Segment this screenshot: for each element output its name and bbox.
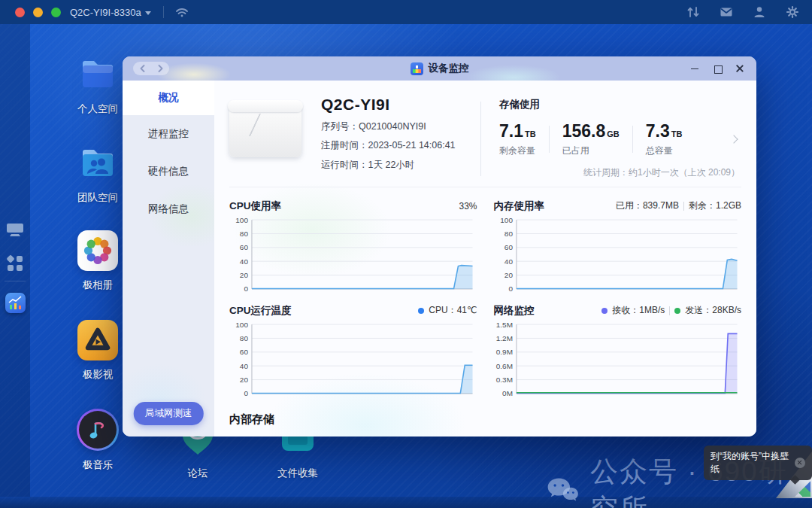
wifi-icon[interactable] <box>174 5 189 20</box>
storage-detail-chevron-icon[interactable] <box>729 135 738 143</box>
mail-icon[interactable] <box>719 5 734 20</box>
sidebar-item-label: 进程监控 <box>148 127 189 141</box>
storage-stat-used: 156.8GB 已占用 <box>562 121 620 157</box>
device-model-name: Q2C-YI9I <box>321 96 480 114</box>
gear-icon[interactable] <box>785 5 800 20</box>
stat-divider <box>549 126 550 153</box>
device-monitor-window: 设备监控 概况 进程监控 硬件信息 网络信息 <box>123 56 756 437</box>
close-button[interactable] <box>735 64 744 73</box>
maximize-button[interactable] <box>713 64 722 73</box>
device-name-label: Q2C-YI9I-8330a <box>70 7 141 18</box>
svg-text:0M: 0M <box>502 389 513 397</box>
svg-text:60: 60 <box>504 243 513 251</box>
mini-chart-icon <box>5 293 26 313</box>
sidebar-item-process-monitor[interactable]: 进程监控 <box>123 115 214 153</box>
svg-text:40: 40 <box>504 257 513 266</box>
sidebar-item-network-info[interactable]: 网络信息 <box>123 190 214 228</box>
topbar-divider <box>163 6 164 18</box>
sidebar-item-hardware-info[interactable]: 硬件信息 <box>123 153 214 190</box>
cpu-usage-chart: CPU使用率 33% 100806040200 <box>229 190 477 295</box>
chart-title: 内存使用率 <box>494 199 545 213</box>
history-nav <box>133 62 169 75</box>
window-titlebar[interactable]: 设备监控 <box>123 56 756 81</box>
memory-usage-chart: 内存使用率 已用：839.7MB剩余：1.2GB 100806040200 <box>494 190 742 295</box>
chart-legend: 接收：1MB/s发送：28KB/s <box>601 304 741 317</box>
sidebar-item-label: 概况 <box>159 91 179 105</box>
svg-text:100: 100 <box>235 321 248 329</box>
statistics-period-note: 统计周期：约1小时一次（上次 20:09） <box>499 166 740 179</box>
video-app-icon <box>83 326 112 354</box>
device-name-menu[interactable]: Q2C-YI9I-8330a <box>70 7 151 18</box>
storage-stat-free: 7.1TB 剩余容量 <box>499 121 536 157</box>
memory-usage-plot: 100806040200 <box>494 214 742 295</box>
transfer-icon[interactable] <box>686 5 701 20</box>
desktop-icon-label: 极音乐 <box>59 458 137 472</box>
chart-title: CPU使用率 <box>229 199 281 213</box>
music-app-icon <box>85 417 111 443</box>
desktop-icon-label: 文件收集 <box>259 467 337 480</box>
wallpaper-tip-tooltip: 到“我的账号”中换壁纸 <box>704 446 812 480</box>
window-title-group: 设备监控 <box>411 56 469 81</box>
svg-text:40: 40 <box>240 257 249 266</box>
nas-device-image <box>229 103 301 157</box>
svg-text:0.3M: 0.3M <box>495 376 512 384</box>
svg-text:20: 20 <box>240 271 249 279</box>
window-sidebar: 概况 进程监控 硬件信息 网络信息 局域网测速 <box>123 81 214 437</box>
storage-title: 存储使用 <box>499 98 740 111</box>
lan-speedtest-button[interactable]: 局域网测速 <box>134 402 204 425</box>
side-dock <box>0 24 30 497</box>
storage-stat-total: 7.3TB 总容量 <box>646 121 683 157</box>
close-traffic-icon[interactable] <box>15 8 25 17</box>
photos-app-icon <box>82 235 114 266</box>
topbar-actions <box>686 5 800 20</box>
svg-text:40: 40 <box>240 362 249 370</box>
cpu-temperature-chart: CPU运行温度 CPU：41℃ 100806040200 <box>229 295 477 400</box>
charts-grid: CPU使用率 33% 100806040200 内存使用率 已用：839.7MB… <box>214 187 756 400</box>
back-icon[interactable] <box>140 65 145 72</box>
user-icon[interactable] <box>752 5 767 20</box>
sidebar-item-label: 硬件信息 <box>148 165 189 178</box>
sidebar-item-overview[interactable]: 概况 <box>123 81 214 115</box>
svg-text:20: 20 <box>240 376 249 384</box>
svg-text:0: 0 <box>244 284 248 293</box>
personal-folder-icon <box>77 54 118 95</box>
window-content: Q2C-YI9I 序列号：Q0210040NYI9I 注册时间：2023-05-… <box>214 81 756 437</box>
network-monitor-plot: 1.5M1.2M0.9M0.6M0.3M0M <box>494 318 742 400</box>
chart-title: CPU运行温度 <box>229 304 292 318</box>
app-grid-icon[interactable] <box>6 254 24 272</box>
desktop-icon-label: 论坛 <box>159 467 237 480</box>
chart-legend: 33% <box>459 201 477 211</box>
svg-text:20: 20 <box>504 271 513 279</box>
chart-title: 网络监控 <box>494 304 535 318</box>
svg-text:100: 100 <box>235 216 248 224</box>
dock-divider <box>5 281 26 281</box>
minimize-button[interactable] <box>690 64 699 73</box>
sidebar-item-label: 网络信息 <box>148 202 189 216</box>
internal-storage-heading: 内部存储 <box>214 400 756 427</box>
svg-text:1.5M: 1.5M <box>495 321 512 329</box>
tooltip-close-icon[interactable] <box>795 458 805 468</box>
network-monitor-chart: 网络监控 接收：1MB/s发送：28KB/s 1.5M1.2M0.9M0.6M0… <box>494 295 742 400</box>
stat-divider <box>632 126 633 153</box>
svg-text:60: 60 <box>240 243 249 251</box>
svg-text:80: 80 <box>240 334 249 342</box>
forward-icon[interactable] <box>158 65 163 72</box>
minimize-traffic-icon[interactable] <box>33 8 43 17</box>
device-register-row: 注册时间：2023-05-21 14:06:41 <box>321 139 480 152</box>
cpu-temperature-plot: 100806040200 <box>229 318 477 400</box>
svg-text:80: 80 <box>504 230 513 238</box>
storage-usage-section: 存储使用 7.1TB 剩余容量 156.8GB 已占用 <box>481 96 740 179</box>
device-uptime-row: 运行时间：1天 22小时 <box>321 159 480 172</box>
svg-text:0: 0 <box>508 284 513 293</box>
device-info-block: Q2C-YI9I 序列号：Q0210040NYI9I 注册时间：2023-05-… <box>321 96 480 179</box>
fullscreen-traffic-icon[interactable] <box>51 8 61 17</box>
svg-text:0.6M: 0.6M <box>495 362 512 370</box>
storage-stats-row: 7.1TB 剩余容量 156.8GB 已占用 7.3TB 总容量 <box>499 121 740 157</box>
device-info-section: Q2C-YI9I 序列号：Q0210040NYI9I 注册时间：2023-05-… <box>214 81 756 179</box>
team-folder-icon <box>77 143 118 184</box>
device-monitor-app-icon[interactable] <box>5 293 26 313</box>
display-icon[interactable] <box>5 221 25 239</box>
wechat-icon <box>546 473 580 508</box>
chevron-down-icon <box>145 11 151 15</box>
device-serial-row: 序列号：Q0210040NYI9I <box>321 120 480 133</box>
